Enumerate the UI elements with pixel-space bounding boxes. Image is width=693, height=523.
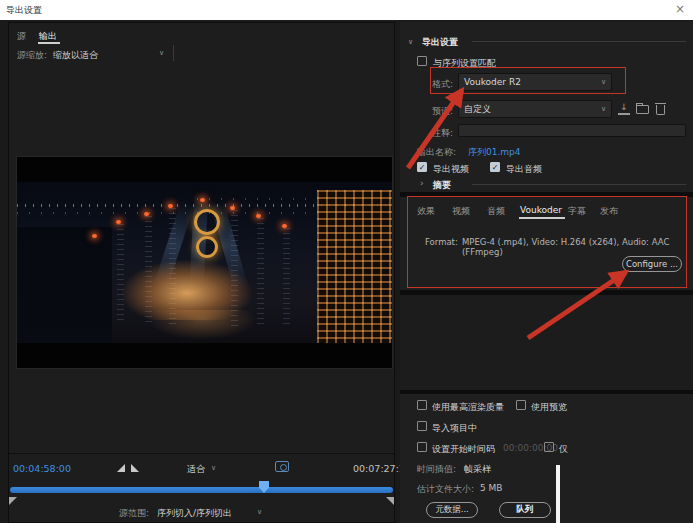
format-label: 格式: — [432, 78, 453, 91]
export-frame-icon[interactable] — [275, 461, 289, 472]
use-previews-checkbox[interactable] — [516, 400, 526, 410]
comment-label: 注释: — [432, 127, 453, 140]
tab-voukoder[interactable]: Voukoder — [520, 205, 562, 215]
format-value: Voukoder R2 — [464, 77, 521, 87]
zoom-fit-value[interactable]: 适合 — [187, 463, 205, 476]
chevron-down-icon: ∨ — [601, 78, 606, 86]
current-timecode[interactable]: 00:04:58:00 — [13, 463, 71, 474]
tower-light — [168, 204, 173, 208]
summary-divider — [472, 184, 686, 185]
format-dropdown[interactable]: Voukoder R2 ∨ — [458, 73, 612, 91]
tab-publish[interactable]: 发布 — [600, 205, 618, 218]
white-artifact-bar — [556, 465, 560, 523]
use-previews-label: 使用预览 — [531, 401, 567, 414]
video-frame-city-night — [17, 182, 392, 343]
queue-button[interactable]: 队列 — [499, 502, 551, 518]
chevron-down-icon[interactable]: ∨ — [408, 38, 413, 46]
export-video-label: 导出视频 — [433, 163, 469, 176]
light-reflection — [147, 310, 257, 340]
check-icon: ✓ — [492, 163, 499, 172]
match-sequence-checkbox[interactable] — [417, 56, 427, 66]
time-interpolation-label: 时间插值: — [417, 463, 456, 476]
tower-light — [116, 220, 121, 224]
export-audio-label: 导出音频 — [506, 163, 542, 176]
active-tab-underline — [519, 217, 565, 219]
check-icon: ✓ — [419, 163, 426, 172]
set-in-point-icon[interactable] — [117, 464, 125, 472]
export-settings-header: 导出设置 — [422, 36, 458, 49]
export-video-checkbox[interactable]: ✓ — [417, 162, 427, 172]
tab-audio[interactable]: 音频 — [487, 205, 505, 218]
format-summary-value: MPEG-4 (.mp4), Video: H.264 (x264), Audi… — [462, 237, 693, 257]
tower-light — [282, 224, 287, 228]
output-name-link[interactable]: 序列01.mp4 — [468, 146, 521, 159]
estimated-size-value: 5 MB — [480, 483, 503, 493]
tab-effects[interactable]: 效果 — [417, 205, 435, 218]
lit-buildings-right — [317, 190, 392, 343]
tower — [257, 218, 264, 326]
titlebar: 导出设置 × — [0, 0, 693, 20]
work-area-right-handle[interactable] — [386, 497, 394, 505]
export-settings-section: ∨ 导出设置 与序列设置匹配 格式: Voukoder R2 ∨ 预设: 自定义… — [400, 22, 693, 192]
tower-light — [230, 206, 235, 210]
import-into-project-checkbox[interactable] — [417, 421, 427, 431]
import-into-project-label: 导入项目中 — [432, 422, 477, 435]
scrubber-track[interactable] — [10, 487, 393, 493]
comment-input[interactable] — [458, 124, 686, 137]
golden-ring-bottom — [196, 236, 218, 258]
tab-captions[interactable]: 字幕 — [568, 205, 586, 218]
tower-light — [92, 234, 97, 238]
tower — [283, 228, 290, 324]
max-render-quality-label: 使用最高渲染质量 — [432, 401, 504, 414]
set-out-point-icon[interactable] — [131, 464, 139, 472]
source-scaling-value[interactable]: 缩放以适合 — [53, 49, 98, 62]
golden-ring-top — [194, 209, 220, 235]
divider — [9, 453, 394, 454]
clipped-option-label: 仅 — [559, 443, 568, 456]
save-preset-icon[interactable]: ↓ — [618, 103, 630, 115]
chevron-right-icon[interactable]: › — [420, 178, 424, 188]
source-range-label: 源范围: — [119, 507, 149, 520]
work-area-left-handle[interactable] — [9, 497, 17, 505]
dialog-title: 导出设置 — [6, 4, 42, 17]
export-audio-checkbox[interactable]: ✓ — [490, 162, 500, 172]
chevron-down-icon[interactable]: ∨ — [211, 464, 216, 472]
clipped-option-checkbox[interactable] — [544, 442, 554, 452]
close-icon[interactable]: × — [675, 2, 685, 16]
render-options-section: 使用最高渲染质量 使用预览 导入项目中 设置开始时间码 00:00:00:00 … — [400, 394, 693, 523]
tower-light — [200, 198, 205, 202]
chevron-down-icon: ∨ — [601, 105, 606, 113]
summary-label: 摘要 — [433, 179, 451, 192]
water-area — [17, 227, 112, 343]
tab-source[interactable]: 源 — [17, 30, 26, 43]
export-settings-panel: ∨ 导出设置 与序列设置匹配 格式: Voukoder R2 ∨ 预设: 自定义… — [400, 20, 693, 523]
toolbar-divider — [173, 45, 174, 61]
set-start-timecode-label: 设置开始时间码 — [432, 443, 495, 456]
tower-light — [144, 212, 149, 216]
estimated-size-label: 估计文件大小: — [417, 483, 474, 496]
chevron-down-icon[interactable]: ∨ — [257, 508, 262, 516]
max-render-quality-checkbox[interactable] — [417, 400, 427, 410]
tab-video[interactable]: 视频 — [452, 205, 470, 218]
time-interpolation-value[interactable]: 帧采样 — [464, 463, 491, 476]
import-preset-icon[interactable] — [636, 105, 649, 114]
match-sequence-label: 与序列设置匹配 — [433, 57, 496, 70]
metadata-button[interactable]: 元数据... — [426, 502, 478, 518]
encoder-section: 效果 视频 音频 Voukoder 字幕 发布 Format: MPEG-4 (… — [400, 197, 693, 290]
header-divider — [472, 41, 686, 42]
source-scaling-label: 源缩放: — [17, 49, 47, 62]
empty-section — [400, 295, 693, 390]
configure-button[interactable]: Configure ... — [622, 256, 682, 272]
tower-light — [256, 214, 261, 218]
set-start-timecode-checkbox[interactable] — [417, 442, 427, 452]
delete-preset-icon[interactable] — [656, 105, 665, 115]
source-range-value[interactable]: 序列切入/序列切出 — [157, 507, 232, 520]
scrubber-range-bar[interactable] — [10, 487, 393, 493]
preset-value: 自定义 — [464, 103, 491, 116]
output-name-label: 输出名称: — [417, 146, 456, 159]
preset-dropdown[interactable]: 自定义 ∨ — [458, 100, 612, 118]
export-settings-dialog: 导出设置 × 源 输出 源缩放: 缩放以适合 ∨ — [0, 0, 693, 523]
chevron-down-icon[interactable]: ∨ — [159, 49, 164, 57]
active-tab-underline — [38, 42, 60, 44]
source-preview-panel: 源 输出 源缩放: 缩放以适合 ∨ — [8, 22, 395, 523]
